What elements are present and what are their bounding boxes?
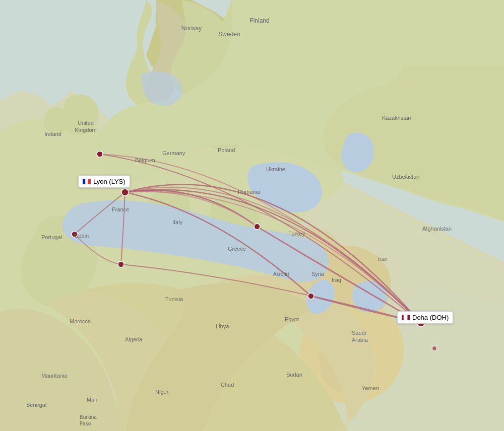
svg-point-8 [432, 346, 437, 351]
svg-text:Yemen: Yemen [362, 385, 379, 391]
svg-text:Egypt: Egypt [285, 316, 299, 322]
svg-text:Mauritania: Mauritania [41, 373, 68, 379]
svg-point-5 [254, 224, 260, 230]
svg-text:Syria: Syria [311, 271, 325, 277]
svg-point-4 [118, 261, 124, 267]
svg-text:Finland: Finland [249, 17, 269, 24]
svg-text:Belgium: Belgium [135, 157, 155, 163]
svg-text:Norway: Norway [181, 25, 202, 32]
svg-text:Sweden: Sweden [218, 31, 240, 38]
svg-text:Afghanistan: Afghanistan [422, 226, 452, 232]
svg-text:Greece: Greece [228, 246, 246, 252]
svg-text:Ukraine: Ukraine [266, 166, 285, 172]
svg-text:Mali: Mali [87, 397, 97, 403]
svg-text:United: United [78, 120, 94, 126]
svg-text:Saudi: Saudi [352, 330, 366, 336]
svg-point-7 [417, 320, 424, 327]
svg-text:Romania: Romania [238, 189, 261, 195]
svg-text:Algeria: Algeria [125, 336, 143, 342]
map-container: Finland Sweden Norway Ireland United Kin… [0, 0, 504, 431]
svg-point-6 [308, 293, 314, 299]
map-svg: Finland Sweden Norway Ireland United Kin… [0, 0, 504, 431]
svg-text:Burkina: Burkina [80, 414, 97, 420]
svg-text:Germany: Germany [162, 150, 185, 156]
svg-text:Poland: Poland [218, 147, 235, 153]
svg-text:Arabia: Arabia [352, 337, 368, 343]
svg-text:Iraq: Iraq [332, 277, 341, 283]
svg-text:Uzbekistan: Uzbekistan [392, 174, 419, 180]
svg-text:Kingdom: Kingdom [75, 127, 96, 133]
svg-text:Italy: Italy [172, 219, 183, 225]
svg-point-1 [97, 151, 103, 157]
svg-text:Sudan: Sudan [286, 372, 302, 378]
svg-text:Faso: Faso [80, 421, 91, 426]
svg-text:Portugal: Portugal [41, 234, 62, 240]
svg-text:Libya: Libya [216, 323, 229, 329]
svg-text:Tunisia: Tunisia [165, 296, 183, 302]
svg-point-2 [121, 189, 129, 196]
svg-text:Kazakhstan: Kazakhstan [382, 115, 411, 121]
svg-text:Spain: Spain [75, 233, 89, 239]
svg-text:Iran: Iran [378, 256, 388, 262]
svg-text:Chad: Chad [221, 382, 234, 388]
svg-text:Akrofiri: Akrofiri [273, 271, 289, 277]
svg-text:Senegal: Senegal [26, 402, 46, 408]
svg-text:Niger: Niger [155, 389, 169, 395]
svg-text:Turkey: Turkey [288, 231, 305, 237]
svg-text:France: France [112, 206, 129, 212]
svg-text:Morocco: Morocco [70, 318, 91, 324]
svg-text:Ireland: Ireland [44, 131, 61, 137]
